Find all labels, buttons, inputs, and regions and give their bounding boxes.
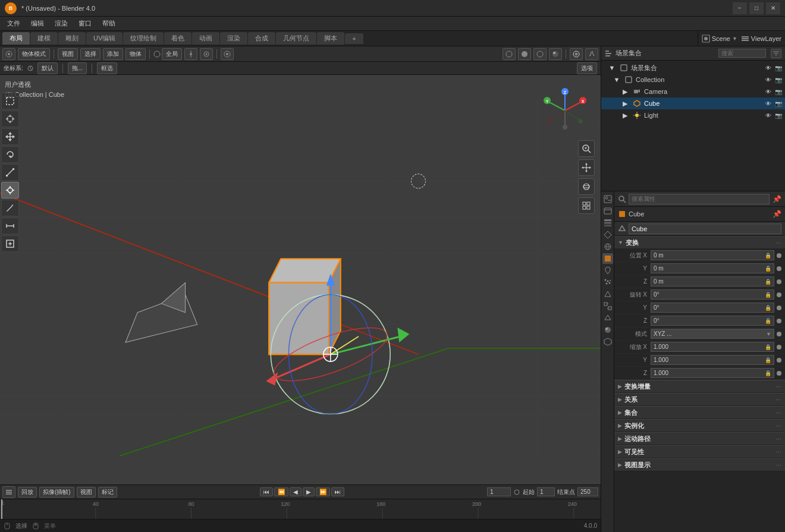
keying-button[interactable]: 拟像(插帧) (39, 487, 74, 498)
options-button[interactable]: 选项 (577, 62, 597, 74)
pivot-button[interactable] (184, 48, 197, 60)
tab-uv[interactable]: UV编辑 (86, 32, 123, 45)
end-frame-input[interactable]: 250 (577, 487, 598, 496)
material-prop-icon[interactable] (602, 325, 613, 335)
cube-eye-icon[interactable]: 👁 (764, 99, 773, 108)
props-search-input[interactable] (629, 194, 770, 204)
viewport-canvas[interactable]: 用户透视 (1) Collection | Cube (0, 75, 601, 484)
world-prop-icon[interactable] (602, 241, 613, 252)
motion-path-header[interactable]: ▶ 运动路径 ··· (614, 432, 785, 445)
tab-scripting[interactable]: 脚本 (317, 32, 344, 45)
cube-render-icon[interactable]: 📷 (774, 99, 783, 108)
minimize-button[interactable]: − (733, 2, 747, 14)
window-controls[interactable]: − □ ✕ (733, 2, 780, 14)
scale-x-field[interactable]: 1.000 🔒 (651, 342, 774, 352)
transform-tool[interactable] (1, 182, 19, 199)
location-y-field[interactable]: 0 m 🔒 (651, 263, 774, 273)
scene-collection-row[interactable]: ▼ 场景集合 👁 📷 (601, 62, 785, 74)
camera-render-icon[interactable]: 📷 (774, 87, 783, 96)
scene-prop-icon[interactable] (602, 229, 613, 240)
relations-header[interactable]: ▶ 关系 ··· (614, 393, 785, 406)
add-cube-tool[interactable] (1, 235, 19, 252)
location-x-dot[interactable] (777, 253, 781, 258)
play-reverse-button[interactable]: ◀ (290, 487, 302, 496)
relations-options[interactable]: ··· (775, 395, 781, 404)
rotate-tool[interactable] (1, 146, 19, 163)
gizmo-overlay-button[interactable]: 八 (585, 48, 598, 60)
visibility-header[interactable]: ▶ 可见性 ··· (614, 445, 785, 458)
snap-button[interactable] (200, 48, 213, 60)
tab-layout[interactable]: 布局 (2, 32, 30, 45)
tab-texture-paint[interactable]: 纹理绘制 (123, 32, 164, 45)
mode-dot[interactable] (777, 332, 781, 336)
zoom-button[interactable] (578, 140, 595, 157)
scale-y-dot[interactable] (777, 358, 781, 363)
rotation-x-field[interactable]: 0° 🔒 (651, 289, 774, 300)
outliner-filter-button[interactable] (771, 49, 781, 58)
playback-button[interactable]: 回放 (18, 487, 37, 498)
orbit-button[interactable] (578, 178, 595, 195)
light-row[interactable]: ▶ Light 👁 📷 (601, 109, 785, 121)
light-eye-icon[interactable]: 👁 (764, 111, 773, 119)
transform-options[interactable]: ··· (775, 238, 781, 247)
rotation-z-dot[interactable] (777, 319, 781, 323)
select-menu-button[interactable]: 选择 (80, 48, 101, 60)
timeline-type-button[interactable] (2, 486, 15, 498)
obj-data-prop-icon[interactable] (602, 313, 613, 323)
rendered-shading-button[interactable] (549, 48, 562, 60)
collection-render-icon[interactable]: 📷 (774, 64, 783, 72)
tab-modeling[interactable]: 建模 (30, 32, 58, 45)
annotate-tool[interactable] (1, 200, 19, 216)
rotation-y-field[interactable]: 0° 🔒 (651, 303, 774, 313)
frame-selected-button[interactable] (578, 197, 595, 214)
overlay-button[interactable] (570, 48, 583, 60)
next-frame-button[interactable]: ⏩ (316, 487, 330, 496)
view-menu-button[interactable]: 视图 (58, 48, 78, 60)
scale-x-dot[interactable] (777, 345, 781, 350)
visibility-options[interactable]: ··· (775, 448, 781, 456)
rotation-y-dot[interactable] (777, 306, 781, 310)
menu-file[interactable]: 文件 (2, 18, 25, 29)
viewport-display-options[interactable]: ··· (775, 461, 781, 469)
location-z-dot[interactable] (777, 279, 781, 284)
collection-row[interactable]: ▼ Collection 👁 📷 (601, 74, 785, 86)
collection-eye-icon[interactable]: 👁 (764, 64, 773, 72)
rotation-mode-field[interactable]: XYZ ... ▼ (651, 329, 774, 339)
proportional-edit-button[interactable] (221, 48, 234, 60)
select-mode-button[interactable]: 框选 (97, 62, 117, 74)
menu-edit[interactable]: 编辑 (26, 18, 49, 29)
tab-add[interactable]: + (345, 33, 363, 44)
maximize-button[interactable]: □ (749, 2, 764, 14)
scale-y-field[interactable]: 1.000 🔒 (651, 355, 774, 365)
wireframe-shading-button[interactable] (503, 48, 516, 60)
viewport-mode-icon[interactable] (2, 48, 15, 60)
motion-options[interactable]: ··· (775, 435, 781, 443)
measure-tool[interactable] (1, 218, 19, 234)
coord-default-button[interactable]: 默认 (37, 62, 58, 74)
tab-sculpt[interactable]: 雕刻 (58, 32, 86, 45)
coll-render-icon[interactable]: 📷 (774, 75, 783, 84)
pan-button[interactable] (578, 159, 595, 176)
mesh-name-input[interactable]: Cube (629, 223, 781, 234)
output-prop-icon[interactable] (602, 206, 613, 216)
menu-help[interactable]: 帮助 (98, 18, 120, 29)
drag-button[interactable]: 拖... (68, 62, 87, 74)
camera-eye-icon[interactable]: 👁 (764, 87, 773, 96)
jump-start-button[interactable]: ⏮ (260, 487, 273, 496)
material-shading-button[interactable] (533, 48, 547, 60)
cursor-tool[interactable] (1, 111, 19, 127)
delta-transform-header[interactable]: ▶ 变换增量 ··· (614, 380, 785, 393)
instancing-header[interactable]: ▶ 实例化 ··· (614, 419, 785, 432)
outliner-search[interactable] (718, 49, 766, 58)
select-box-tool[interactable] (1, 93, 19, 109)
scale-z-dot[interactable] (777, 371, 781, 376)
tab-shading[interactable]: 着色 (164, 32, 191, 45)
markers-button[interactable]: 标记 (98, 487, 117, 498)
scale-z-field[interactable]: 1.000 🔒 (651, 368, 774, 378)
add-menu-button[interactable]: 添加 (103, 48, 123, 60)
play-button[interactable]: ▶ (303, 487, 315, 496)
viewport-gizmo[interactable]: Z X Y (541, 87, 589, 134)
object-prop-icon[interactable] (602, 253, 613, 264)
rotation-z-field[interactable]: 0° 🔒 (651, 316, 774, 326)
menu-render[interactable]: 渲染 (50, 18, 73, 29)
